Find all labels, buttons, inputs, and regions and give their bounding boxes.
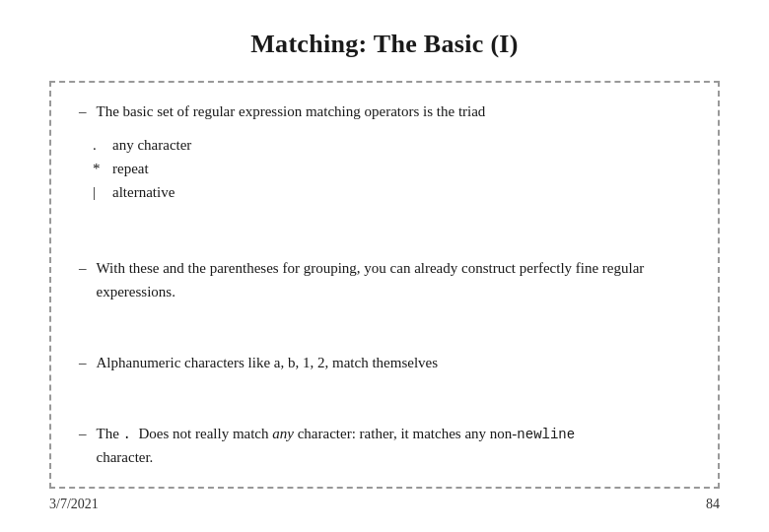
- dash-4: –: [79, 423, 87, 445]
- dash-1: –: [79, 100, 87, 123]
- triad-text-dot: any character: [112, 133, 191, 157]
- footer-date: 3/7/2021: [49, 497, 99, 512]
- page-title: Matching: The Basic (I): [49, 30, 720, 59]
- bullet-item-2: – With these and the parentheses for gro…: [79, 257, 690, 303]
- triad-item-star: * repeat: [93, 157, 690, 180]
- monospace-newline: newline: [517, 427, 575, 442]
- dash-3: –: [79, 352, 87, 374]
- monospace-dot: .: [123, 427, 131, 442]
- footer-page: 84: [706, 497, 720, 512]
- triad-item-dot: . any character: [93, 133, 690, 157]
- triad-text-pipe: alternative: [112, 180, 175, 204]
- triad-text-star: repeat: [112, 157, 149, 180]
- bullet-text-3: Alphanumeric characters like a, b, 1, 2,…: [97, 352, 439, 374]
- triad-list: . any character * repeat | alternative: [93, 133, 690, 204]
- bullet-item-1: – The basic set of regular expression ma…: [79, 100, 690, 123]
- content-box: – The basic set of regular expression ma…: [49, 81, 720, 489]
- bullet-text-4: The . Does not really match any characte…: [97, 423, 576, 469]
- bullet-item-4: – The . Does not really match any charac…: [79, 423, 690, 469]
- triad-item-pipe: | alternative: [93, 180, 690, 204]
- bullet-text-1: The basic set of regular expression matc…: [97, 100, 486, 123]
- italic-any: any: [272, 426, 294, 441]
- bullet-text-2: With these and the parentheses for group…: [97, 257, 691, 303]
- bullet-section-1: – The basic set of regular expression ma…: [79, 100, 690, 210]
- triad-symbol-pipe: |: [93, 180, 112, 204]
- footer: 3/7/2021 84: [49, 497, 720, 512]
- triad-symbol-star: *: [93, 157, 112, 180]
- bullet-item-3: – Alphanumeric characters like a, b, 1, …: [79, 352, 690, 374]
- dash-2: –: [79, 257, 87, 280]
- page: Matching: The Basic (I) – The basic set …: [0, 0, 769, 532]
- triad-symbol-dot: .: [93, 133, 112, 157]
